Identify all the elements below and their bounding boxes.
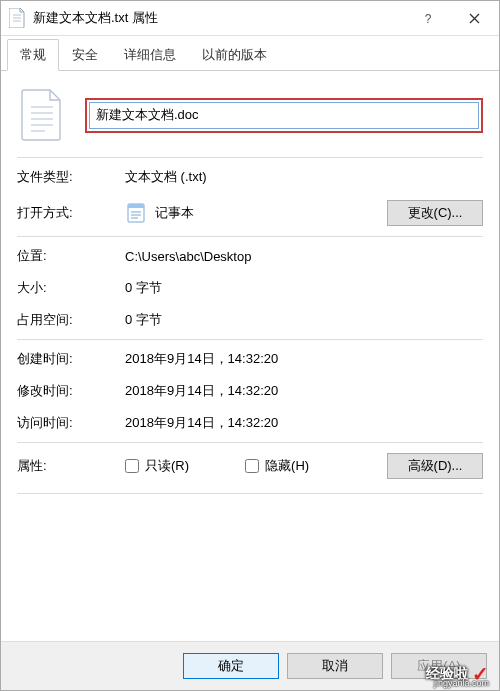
watermark: 经验啦 ✓ jingyanla.com [426, 662, 489, 686]
tab-security-label: 安全 [72, 47, 98, 62]
separator [17, 236, 483, 237]
label-size: 大小: [17, 279, 125, 297]
window-title: 新建文本文档.txt 属性 [33, 9, 405, 27]
row-accessed: 访问时间: 2018年9月14日，14:32:20 [17, 414, 483, 432]
readonly-checkbox-label[interactable]: 只读(R) [125, 457, 189, 475]
titlebar: 新建文本文档.txt 属性 ? [1, 1, 499, 36]
label-accessed: 访问时间: [17, 414, 125, 432]
label-modified: 修改时间: [17, 382, 125, 400]
label-open-with: 打开方式: [17, 204, 125, 222]
row-modified: 修改时间: 2018年9月14日，14:32:20 [17, 382, 483, 400]
ok-button[interactable]: 确定 [183, 653, 279, 679]
change-button[interactable]: 更改(C)... [387, 200, 483, 226]
properties-dialog: 新建文本文档.txt 属性 ? 常规 安全 详细信息 以前的版本 [0, 0, 500, 691]
label-location: 位置: [17, 247, 125, 265]
filename-row [17, 83, 483, 155]
separator [17, 493, 483, 494]
row-created: 创建时间: 2018年9月14日，14:32:20 [17, 350, 483, 368]
separator [17, 157, 483, 158]
tab-security[interactable]: 安全 [59, 39, 111, 71]
separator [17, 442, 483, 443]
label-size-on-disk: 占用空间: [17, 311, 125, 329]
file-large-icon [21, 89, 63, 141]
help-button[interactable]: ? [405, 3, 451, 33]
advanced-button[interactable]: 高级(D)... [387, 453, 483, 479]
row-size-on-disk: 占用空间: 0 字节 [17, 311, 483, 329]
hidden-text: 隐藏(H) [265, 457, 309, 475]
value-location: C:\Users\abc\Desktop [125, 249, 483, 264]
value-size: 0 字节 [125, 279, 483, 297]
value-created: 2018年9月14日，14:32:20 [125, 350, 483, 368]
dialog-footer: 确定 取消 应用(A) 经验啦 ✓ jingyanla.com [1, 641, 499, 690]
label-attributes: 属性: [17, 457, 125, 475]
row-open-with: 打开方式: 记事本 更改(C)... [17, 200, 483, 226]
row-attributes: 属性: 只读(R) 隐藏(H) 高级(D)... [17, 453, 483, 479]
hidden-checkbox[interactable] [245, 459, 259, 473]
readonly-checkbox[interactable] [125, 459, 139, 473]
tab-general[interactable]: 常规 [7, 39, 59, 71]
filename-input[interactable] [89, 102, 479, 129]
filename-highlight [85, 98, 483, 133]
value-open-with: 记事本 [155, 204, 194, 222]
value-modified: 2018年9月14日，14:32:20 [125, 382, 483, 400]
separator [17, 339, 483, 340]
close-button[interactable] [451, 3, 497, 33]
tab-previous-versions[interactable]: 以前的版本 [189, 39, 280, 71]
file-icon [9, 8, 25, 28]
readonly-text: 只读(R) [145, 457, 189, 475]
svg-text:?: ? [424, 13, 431, 24]
hidden-checkbox-label[interactable]: 隐藏(H) [245, 457, 309, 475]
notepad-icon [125, 202, 147, 224]
row-size: 大小: 0 字节 [17, 279, 483, 297]
tab-bar: 常规 安全 详细信息 以前的版本 [1, 36, 499, 71]
tab-general-label: 常规 [20, 47, 46, 62]
tab-previous-label: 以前的版本 [202, 47, 267, 62]
value-size-on-disk: 0 字节 [125, 311, 483, 329]
tab-details-label: 详细信息 [124, 47, 176, 62]
cancel-button[interactable]: 取消 [287, 653, 383, 679]
row-file-type: 文件类型: 文本文档 (.txt) [17, 168, 483, 186]
tab-details[interactable]: 详细信息 [111, 39, 189, 71]
label-file-type: 文件类型: [17, 168, 125, 186]
watermark-url: jingyanla.com [434, 678, 489, 688]
value-accessed: 2018年9月14日，14:32:20 [125, 414, 483, 432]
svg-rect-12 [128, 204, 144, 208]
value-file-type: 文本文档 (.txt) [125, 168, 483, 186]
label-created: 创建时间: [17, 350, 125, 368]
row-location: 位置: C:\Users\abc\Desktop [17, 247, 483, 265]
tab-content-general: 文件类型: 文本文档 (.txt) 打开方式: 记事本 [1, 71, 499, 641]
